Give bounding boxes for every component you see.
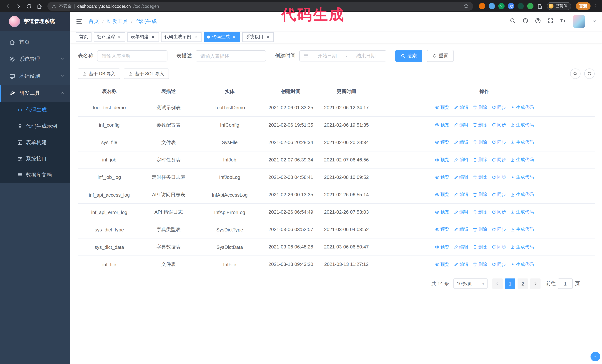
sidebar-item-codegen[interactable]: 代码生成 [0, 102, 70, 118]
edit-link[interactable]: 编辑 [454, 209, 468, 215]
address-bar[interactable]: 不安全 dashboard.yudao.iocoder.cn/tool/code… [47, 2, 473, 10]
edit-link[interactable]: 编辑 [454, 174, 468, 180]
generate-code-link[interactable]: 生成代码 [510, 261, 534, 268]
tab-codegen-demo[interactable]: 代码生成示例× [161, 32, 202, 42]
toggle-search-button[interactable] [570, 69, 580, 79]
refresh-table-button[interactable] [584, 69, 595, 79]
date-range-picker[interactable]: 开始日期 - 结束日期 [299, 50, 387, 62]
page-button-2[interactable]: 2 [517, 279, 528, 289]
import-sql-button[interactable]: 基于 SQL 导入 [124, 69, 169, 79]
tab-codegen[interactable]: 代码生成× [204, 32, 240, 42]
sync-link[interactable]: 同步 [492, 122, 506, 128]
sidebar-item-db-doc[interactable]: 数据库文档 [0, 167, 70, 183]
sidebar-item-codegen-demo[interactable]: 代码生成示例 [0, 118, 70, 135]
delete-link[interactable]: 删除 [473, 174, 487, 180]
generate-code-link[interactable]: 生成代码 [510, 209, 534, 215]
edit-link[interactable]: 编辑 [454, 157, 468, 163]
edit-link[interactable]: 编辑 [454, 192, 468, 198]
back-to-top-button[interactable] [591, 352, 600, 361]
chevron-down-icon[interactable] [592, 18, 596, 25]
breadcrumb-home[interactable]: 首页 [88, 18, 99, 25]
generate-code-link[interactable]: 生成代码 [510, 157, 534, 163]
fullscreen-icon[interactable] [548, 18, 553, 25]
sidebar-item-api[interactable]: 系统接口 [0, 151, 70, 167]
edit-link[interactable]: 编辑 [454, 139, 468, 146]
preview-link[interactable]: 预览 [435, 122, 449, 128]
edit-link[interactable]: 编辑 [454, 227, 468, 233]
table-desc-input[interactable] [196, 50, 266, 62]
green-extension-icon[interactable] [527, 3, 533, 9]
app-logo-row[interactable]: 芋道管理系统 [0, 12, 70, 31]
table-name-input[interactable] [97, 50, 167, 62]
delete-link[interactable]: 删除 [473, 192, 487, 198]
sync-link[interactable]: 同步 [492, 192, 506, 198]
next-page-button[interactable] [530, 279, 540, 289]
delete-link[interactable]: 删除 [473, 122, 487, 128]
sync-link[interactable]: 同步 [492, 244, 506, 250]
github-icon[interactable] [522, 18, 528, 25]
sidebar-item-form-builder[interactable]: 表单构建 [0, 135, 70, 151]
delete-link[interactable]: 删除 [473, 244, 487, 250]
prev-page-button[interactable] [492, 279, 503, 289]
delete-link[interactable]: 删除 [473, 209, 487, 215]
sync-link[interactable]: 同步 [492, 157, 506, 163]
v-extension-icon[interactable]: V [498, 3, 505, 9]
kebab-menu-icon[interactable]: ⋮ [593, 3, 598, 9]
tab-form-builder[interactable]: 表单构建× [128, 32, 159, 42]
sync-link[interactable]: 同步 [492, 104, 506, 111]
tab-trace[interactable]: 链路追踪× [94, 32, 125, 42]
preview-link[interactable]: 预览 [435, 139, 449, 146]
sidebar-item-devtools[interactable]: 研发工具 [0, 85, 70, 102]
generate-code-link[interactable]: 生成代码 [510, 174, 534, 180]
sync-link[interactable]: 同步 [492, 227, 506, 233]
user-avatar[interactable] [573, 15, 585, 28]
sidebar-item-infra[interactable]: 基础设施 [0, 68, 70, 85]
preview-link[interactable]: 预览 [435, 192, 449, 198]
orange-extension-icon[interactable] [479, 3, 485, 9]
back-icon[interactable] [4, 2, 13, 10]
sync-link[interactable]: 同步 [492, 139, 506, 146]
generate-code-link[interactable]: 生成代码 [510, 192, 534, 198]
delete-link[interactable]: 删除 [473, 227, 487, 233]
close-tab-icon[interactable]: × [150, 34, 156, 40]
generate-code-link[interactable]: 生成代码 [510, 104, 534, 111]
delete-link[interactable]: 删除 [473, 139, 487, 146]
tab-home[interactable]: 首页 [76, 32, 92, 42]
forward-icon[interactable] [14, 2, 23, 10]
generate-code-link[interactable]: 生成代码 [510, 122, 534, 128]
close-tab-icon[interactable]: × [117, 34, 122, 40]
generate-code-link[interactable]: 生成代码 [510, 244, 534, 250]
import-db-button[interactable]: 基于 DB 导入 [78, 69, 120, 79]
preview-link[interactable]: 预览 [435, 227, 449, 233]
preview-link[interactable]: 预览 [435, 104, 449, 111]
reset-button[interactable]: 重置 [427, 50, 454, 62]
preview-link[interactable]: 预览 [435, 209, 449, 215]
close-tab-icon[interactable]: × [265, 34, 270, 40]
bookmark-star-icon[interactable] [463, 3, 469, 9]
blue-extension-icon[interactable] [489, 3, 495, 9]
browser-update-button[interactable]: 更新 [576, 2, 591, 10]
preview-link[interactable]: 预览 [435, 261, 449, 268]
generate-code-link[interactable]: 生成代码 [510, 139, 534, 146]
edit-link[interactable]: 编辑 [454, 244, 468, 250]
delete-link[interactable]: 删除 [473, 104, 487, 111]
sidebar-item-home[interactable]: 首页 [0, 34, 70, 51]
edit-link[interactable]: 编辑 [454, 104, 468, 111]
help-icon[interactable] [535, 18, 541, 25]
preview-link[interactable]: 预览 [435, 157, 449, 163]
preview-link[interactable]: 预览 [435, 174, 449, 180]
font-size-icon[interactable]: TT [560, 18, 566, 25]
sidebar-item-system[interactable]: 系统管理 [0, 51, 70, 68]
delete-link[interactable]: 删除 [473, 157, 487, 163]
preview-link[interactable]: 预览 [435, 244, 449, 250]
people-extension-icon[interactable] [508, 3, 514, 9]
page-button-1[interactable]: 1 [505, 279, 515, 289]
hamburger-icon[interactable] [76, 18, 83, 25]
breadcrumb-devtools[interactable]: 研发工具 [107, 18, 128, 25]
close-tab-icon[interactable]: × [193, 34, 198, 40]
delete-link[interactable]: 删除 [473, 261, 487, 268]
sync-link[interactable]: 同步 [492, 174, 506, 180]
home-icon[interactable] [35, 2, 44, 10]
close-tab-icon[interactable]: × [232, 34, 237, 40]
search-icon[interactable] [510, 18, 516, 25]
